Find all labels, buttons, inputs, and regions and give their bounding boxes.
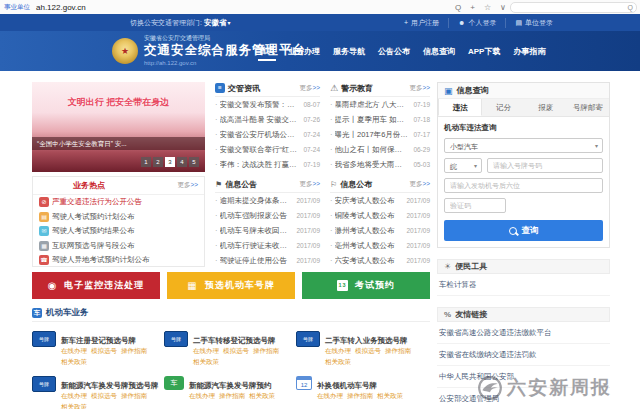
nav-home[interactable]: 首页 xyxy=(258,42,276,61)
friend-link[interactable]: 安徽省高速公路交通违法缴款平台 xyxy=(437,322,610,344)
publish-more-link[interactable]: 更多>> xyxy=(409,180,430,189)
service-link[interactable]: 相关政策 xyxy=(193,358,219,367)
service-link[interactable]: 在线办理 xyxy=(189,392,215,401)
vehicle-inspection-calculator-link[interactable]: 车检计算器 xyxy=(437,274,610,296)
query-submit-button[interactable]: 查询 xyxy=(444,220,603,241)
list-item[interactable]: ·铜陵考试人数公布2017/09 xyxy=(330,208,430,223)
carousel-page-1[interactable]: 1 xyxy=(141,157,151,167)
find-icon[interactable]: Q xyxy=(628,3,633,12)
service-link[interactable]: 在线办理 xyxy=(193,347,219,356)
service-used-car-transfer-plate[interactable]: 号牌 二手车转移登记预选号牌 在线办理 模拟选号 操作指南 相关政策 xyxy=(164,329,296,374)
service-link[interactable]: 操作指南 xyxy=(347,392,373,401)
list-item[interactable]: ☎驾驶人异地考试预约计划公布 xyxy=(33,253,204,268)
nav-help[interactable]: 办事指南 xyxy=(512,43,546,60)
captcha-input[interactable] xyxy=(444,198,506,213)
carousel-page-5[interactable]: 5 xyxy=(189,157,199,167)
hero-carousel[interactable]: 文明出行 把安全带在身边 “全国中小学生安全教育日” 安... 1 2 3 4 … xyxy=(32,82,205,172)
tab-plate-mail[interactable]: 号牌邮寄 xyxy=(567,99,609,116)
service-link[interactable]: 在线办理 xyxy=(317,392,343,401)
service-plate-replacement[interactable]: 12 补换领机动车号牌 在线办理 操作指南 相关政策 xyxy=(296,374,428,409)
ecctv-violation-banner[interactable]: ◉ 电子监控违法处理 xyxy=(32,272,160,299)
news-more-link[interactable]: 更多>> xyxy=(299,84,320,93)
carousel-page-2[interactable]: 2 xyxy=(153,157,163,167)
engine-number-input[interactable] xyxy=(444,178,603,193)
plate-number-input[interactable] xyxy=(487,158,603,173)
tab-scrap[interactable]: 报废 xyxy=(525,99,567,116)
friend-link[interactable]: 安徽省在线缴纳交通违法罚款 xyxy=(437,344,610,366)
list-item[interactable]: ·驾驶证停止使用公告2017/09 xyxy=(215,253,320,268)
service-link[interactable]: 操作指南 xyxy=(121,392,147,401)
service-link[interactable]: 在线办理 xyxy=(61,392,87,401)
service-link[interactable]: 模拟选号 xyxy=(91,347,117,356)
list-item[interactable]: ▦互联网预选号牌号段公布 xyxy=(33,239,204,254)
service-link[interactable]: 在线办理 xyxy=(325,347,351,356)
list-item[interactable]: ·亳州考试人数公布2017/09 xyxy=(330,238,430,253)
warning-more-link[interactable]: 更多>> xyxy=(409,84,430,93)
list-item[interactable]: ·安徽交警发布预警：出游高...08-07 xyxy=(215,97,320,112)
unit-login-button[interactable]: ▤ 单位登录 xyxy=(505,18,562,28)
service-link[interactable]: 模拟选号 xyxy=(223,347,249,356)
bookmark-star-icon[interactable]: ☆ xyxy=(484,3,491,12)
list-item[interactable]: ·提示丨夏季用车 如何预防和...07-18 xyxy=(330,112,430,127)
list-item[interactable]: ·机动车强制报废公告2017/09 xyxy=(215,208,320,223)
register-button[interactable]: + 用户注册 xyxy=(395,18,448,28)
list-item[interactable]: ·他山之石丨如何保障行人安...06-29 xyxy=(330,142,430,157)
service-link[interactable]: 模拟选号 xyxy=(91,392,117,401)
address-bar[interactable]: ah.122.gov.cn xyxy=(36,3,86,12)
service-link[interactable]: 操作指南 xyxy=(121,347,147,356)
nav-app-download[interactable]: APP下载 xyxy=(467,43,501,60)
list-item[interactable]: ·机动车号牌未收回作废公告2017/09 xyxy=(215,223,320,238)
plus-icon[interactable]: + xyxy=(470,3,475,12)
service-new-car-plate[interactable]: 号牌 新车注册登记预选号牌 在线办理 模拟选号 操作指南 相关政策 xyxy=(32,329,164,374)
service-link[interactable]: 相关政策 xyxy=(325,358,351,367)
list-item[interactable]: ·安庆考试人数公布2017/09 xyxy=(330,193,430,208)
personal-login-button[interactable]: ☻ 个人登录 xyxy=(448,18,505,28)
list-item[interactable]: ·暴雨肆虐北方 八大汽车品...07-19 xyxy=(330,97,430,112)
list-item[interactable]: ·李伟：决战决胜 打赢交通安...07-19 xyxy=(215,157,320,172)
nav-announcements[interactable]: 公告公布 xyxy=(377,43,411,60)
chevron-down-icon[interactable]: ∨ xyxy=(500,3,506,12)
list-item[interactable]: ·安徽交警联合举行“红灯记...07-24 xyxy=(215,142,320,157)
service-link[interactable]: 模拟选号 xyxy=(355,347,381,356)
hotspots-more-link[interactable]: 更多>> xyxy=(177,181,198,190)
list-item[interactable]: ·逾期未提交身体条件证明公告2017/09 xyxy=(215,193,320,208)
notice-more-link[interactable]: 更多>> xyxy=(299,180,320,189)
service-link[interactable]: 相关政策 xyxy=(377,392,403,401)
exam-booking-banner[interactable]: 13 考试预约 xyxy=(302,272,430,299)
list-item[interactable]: ·曝光丨2017年6月份安徽省...07-17 xyxy=(330,127,430,142)
list-item[interactable]: ⊘严重交通违法行为公开公告 xyxy=(33,195,204,210)
list-item[interactable]: ✉驾驶人考试预约结果公布 xyxy=(33,224,204,239)
list-item[interactable]: ·我省多地将受大雨袭击 开车...05-03 xyxy=(330,157,430,172)
service-nev-plate-appointment[interactable]: 车 新能源汽车换发号牌预约 在线办理 操作指南 相关政策 xyxy=(164,374,296,409)
list-item[interactable]: ▤驾驶人考试预约计划公布 xyxy=(33,210,204,225)
list-item[interactable]: ·滁州考试人数公布2017/09 xyxy=(330,223,430,238)
list-item[interactable]: ·机动车行驶证未收回作废公...2017/09 xyxy=(215,238,320,253)
tab-violation[interactable]: 违法 xyxy=(438,99,482,116)
tab-points[interactable]: 记分 xyxy=(482,99,524,116)
service-link[interactable]: 相关政策 xyxy=(61,403,87,409)
service-nev-plate-preselect[interactable]: 号牌 新能源汽车换发号牌预选号牌 在线办理 模拟选号 操作指南 相关政策 xyxy=(32,374,164,409)
nav-service-guide[interactable]: 服务导航 xyxy=(332,43,366,60)
service-link[interactable]: 相关政策 xyxy=(61,358,87,367)
service-link[interactable]: 操作指南 xyxy=(219,392,245,401)
region-selector[interactable]: 安徽省 xyxy=(204,18,227,28)
service-link[interactable]: 相关政策 xyxy=(249,392,275,401)
plate-preselect-banner[interactable]: ▦ 预选机动车号牌 xyxy=(167,272,295,299)
list-item[interactable]: ·战高温斗酷暑 安徽交警异地...07-26 xyxy=(215,112,320,127)
list-item[interactable]: ·六安考试人数公布2017/09 xyxy=(330,253,430,268)
carousel-page-4[interactable]: 4 xyxy=(177,157,187,167)
nav-info-query[interactable]: 信息查询 xyxy=(422,43,456,60)
list-item[interactable]: ·安徽省公安厅机场公安局交...07-24 xyxy=(215,127,320,142)
service-link[interactable]: 在线办理 xyxy=(61,347,87,356)
friend-link[interactable]: 中华人民共和国公安部 xyxy=(437,366,610,388)
province-select[interactable]: 皖 ▾ xyxy=(444,158,482,173)
vehicle-type-select[interactable]: 小型汽车 ▾ xyxy=(444,138,603,153)
service-link[interactable]: 操作指南 xyxy=(385,347,411,356)
service-used-car-transfer-in-plate[interactable]: 号牌 二手车转入业务预选号牌 在线办理 模拟选号 操作指南 相关政策 xyxy=(296,329,428,374)
friend-link[interactable]: 公安部交通管理局 xyxy=(437,388,610,409)
search-icon[interactable]: Q xyxy=(455,3,461,12)
carousel-page-3[interactable]: 3 xyxy=(165,157,175,167)
nav-business[interactable]: 业务办理 xyxy=(287,43,321,60)
browser-search-box[interactable]: Q xyxy=(510,2,637,13)
service-link[interactable]: 操作指南 xyxy=(253,347,279,356)
